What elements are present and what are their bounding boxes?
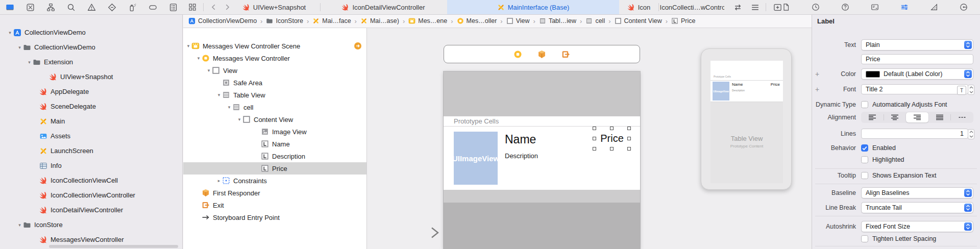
prototype-cell[interactable]: UIImageView Name Description Price <box>444 127 640 190</box>
storyboard-entry-arrow[interactable] <box>379 226 447 239</box>
disclosure-triangle[interactable]: ▾ <box>7 30 13 35</box>
navigator-item-iconcollectionviewcontroller[interactable]: IconCollectionViewController <box>0 188 182 203</box>
tab-maininterface-base[interactable]: MainInterface (Base) <box>447 0 619 14</box>
selection-handle[interactable] <box>593 137 596 140</box>
navigator-item-iconstore[interactable]: ▾ IconStore <box>0 217 182 232</box>
navigator-item-info[interactable]: Info <box>0 158 182 173</box>
disclosure-triangle[interactable]: ▾ <box>16 45 23 50</box>
selection-handle[interactable] <box>593 127 596 130</box>
jumpbar-item-view[interactable]: View <box>506 17 530 24</box>
disclosure-triangle[interactable]: ▾ <box>16 222 23 228</box>
navigator-item-appdelegate[interactable]: AppDelegate <box>0 84 182 99</box>
jumpbar-item-maininterface-base[interactable]: Mai…ase) <box>360 17 399 24</box>
search-icon[interactable] <box>65 2 77 13</box>
jumpbar-item-viewcontroller[interactable]: Mes…oller <box>457 17 497 24</box>
selection-handle[interactable] <box>610 127 614 130</box>
file-inspector-icon[interactable] <box>780 2 792 13</box>
disclosure-triangle[interactable]: ▾ <box>206 68 212 73</box>
storyboard-canvas[interactable]: Prototype Cells UIImageView Name Descrip… <box>366 28 812 249</box>
name-label[interactable]: Name <box>505 133 536 146</box>
outline-item-cell[interactable]: ▾ cell <box>183 101 366 113</box>
outline-item-price[interactable]: Price <box>183 162 366 175</box>
tab-iconcollectionviewcontroller[interactable]: IconCollecti…wController <box>659 0 724 14</box>
align-right-segment[interactable] <box>906 112 928 122</box>
connections-inspector-icon[interactable] <box>958 2 969 13</box>
code-review-icon[interactable] <box>732 2 743 13</box>
align-justified-segment[interactable] <box>928 112 951 123</box>
navigator-item-collectionviewdemo-project[interactable]: ▾ CollectionViewDemo <box>0 25 182 40</box>
horizontal-scrollbar[interactable] <box>49 245 178 248</box>
tab-icon[interactable]: Icon <box>620 0 658 14</box>
disclosure-triangle[interactable]: ▾ <box>185 43 191 48</box>
jumpbar-item-contentview[interactable]: Content View <box>615 17 662 24</box>
outline-item-contentview[interactable]: ▾ Content View <box>183 113 366 126</box>
jumpbar-item-scene[interactable]: Mes…ene <box>408 17 447 24</box>
baseline-popup[interactable]: Align Baselines <box>861 187 973 198</box>
jumpbar-item-cell[interactable]: cell <box>585 17 605 24</box>
outline-item-safearea[interactable]: Safe Area <box>183 77 366 89</box>
navigator-item-main[interactable]: Main <box>0 114 182 129</box>
outline-item-firstresponder[interactable]: First Responder <box>183 187 366 199</box>
align-center-segment[interactable] <box>884 112 906 123</box>
lines-field[interactable]: 1 <box>861 129 968 139</box>
color-popup[interactable]: Default (Label Color) <box>861 68 973 80</box>
outline-item-imageview[interactable]: Image View <box>183 126 366 138</box>
report-navigator-icon[interactable] <box>167 2 179 13</box>
price-label[interactable]: Price <box>597 133 627 144</box>
outline-item-exit[interactable]: Exit <box>183 199 366 211</box>
jumpbar-item-iconstore[interactable]: IconStore <box>266 17 303 24</box>
line-break-popup[interactable]: Truncate Tail <box>861 202 973 213</box>
navigator-item-launchscreen[interactable]: LaunchScreen <box>0 143 182 158</box>
disclosure-triangle[interactable]: ▾ <box>195 56 202 61</box>
navigator-item-scenedelegate[interactable]: SceneDelegate <box>0 99 182 114</box>
text-style-popup[interactable]: Plain <box>861 39 973 51</box>
disclosure-triangle[interactable]: ▸ <box>216 178 222 183</box>
enabled-checkbox[interactable] <box>861 144 868 152</box>
disclosure-triangle[interactable]: ▾ <box>226 105 232 110</box>
disclosure-triangle[interactable]: ▾ <box>236 117 242 122</box>
tighten-letter-spacing-checkbox[interactable] <box>861 235 868 242</box>
outline-item-scene[interactable]: ▾ Messages View Controller Scene <box>183 40 366 52</box>
align-natural-segment[interactable] <box>951 112 973 123</box>
size-inspector-icon[interactable] <box>928 2 940 13</box>
identity-inspector-icon[interactable] <box>869 2 880 13</box>
image-view[interactable]: UIImageView <box>454 132 498 185</box>
dynamic-type-checkbox[interactable] <box>861 101 868 108</box>
back-icon[interactable] <box>208 2 219 13</box>
font-picker-icon[interactable]: T <box>957 86 966 95</box>
navigator-item-extension[interactable]: ▾ Extension <box>0 55 182 69</box>
font-field[interactable]: Title 2 T <box>861 84 968 94</box>
first-responder-icon[interactable] <box>537 50 546 59</box>
quick-help-inspector-icon[interactable] <box>840 2 851 13</box>
attributes-inspector-icon[interactable] <box>899 2 910 13</box>
label-text-field[interactable]: Price <box>861 54 973 64</box>
selection-handle[interactable] <box>627 147 631 151</box>
outline-item-view[interactable]: ▾ View <box>183 64 366 77</box>
history-inspector-icon[interactable] <box>810 2 821 13</box>
selection-handle[interactable] <box>627 127 631 130</box>
font-size-stepper[interactable] <box>968 85 974 95</box>
selection-handle[interactable] <box>593 147 596 151</box>
align-left-segment[interactable] <box>861 112 884 123</box>
disclosure-triangle[interactable]: ▾ <box>216 92 222 97</box>
navigator-item-assets[interactable]: Assets <box>0 129 182 143</box>
outline-item-constraints[interactable]: ▸ Constraints <box>183 175 366 187</box>
jumpbar-item-price[interactable]: Price <box>671 17 695 24</box>
related-items-icon[interactable] <box>187 2 198 13</box>
jumpbar-item-project[interactable]: CollectionViewDemo <box>188 17 257 24</box>
test-navigator-icon[interactable] <box>106 2 117 13</box>
tab-uiview-snapshot[interactable]: UIView+Snapshot <box>229 0 320 14</box>
debug-navigator-icon[interactable] <box>127 2 138 13</box>
view-controller-scene[interactable]: Prototype Cells UIImageView Name Descrip… <box>444 71 640 249</box>
navigator-item-icondetailviewcontroller[interactable]: IconDetailViewController <box>0 203 182 217</box>
disclosure-triangle[interactable]: ▾ <box>26 60 33 65</box>
tab-icondetailviewcontroller[interactable]: IconDetailViewController <box>321 0 446 14</box>
outline-item-entrypoint[interactable]: Storyboard Entry Point <box>183 211 366 223</box>
source-control-navigator-icon[interactable] <box>24 2 36 13</box>
navigator-item-collectionviewdemo-folder[interactable]: ▾ CollectionViewDemo <box>0 40 182 55</box>
jumpbar-item-tableview[interactable]: Tabl…iew <box>539 17 576 24</box>
shows-expansion-text-checkbox[interactable] <box>861 172 868 179</box>
view-controller-icon[interactable] <box>513 50 522 59</box>
description-label[interactable]: Description <box>505 152 538 160</box>
go-arrow-icon[interactable] <box>354 42 361 49</box>
